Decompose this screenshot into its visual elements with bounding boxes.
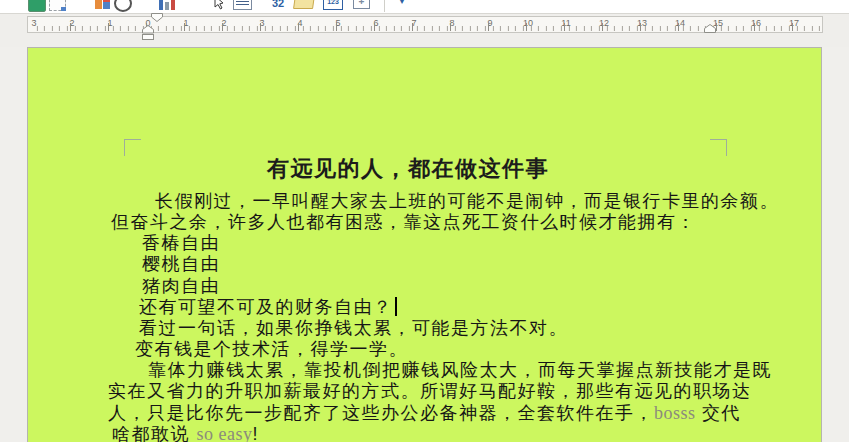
body-text-line[interactable]: 变有钱是个技术活，得学一学。 [135,339,408,360]
text-segment: 实在又省力的升职加薪最好的方式。所谓好马配好鞍，那些有远见的职场达 [108,381,752,401]
body-text-line[interactable]: 长假刚过，一早叫醒大家去上班的可能不是闹钟，而是银行卡里的余额。 [155,191,779,212]
toolbar: 32 123 + ▼ [0,0,849,14]
text-segment: 还有可望不可及的财务自由？ [139,297,393,317]
folder-icon[interactable] [293,0,315,9]
hanging-indent-marker[interactable] [142,25,154,40]
latin-text-segment: so easy [197,424,253,442]
word-count-icon[interactable]: 32 [272,0,284,9]
numbering-icon[interactable]: 123 [323,0,343,10]
picture-icon[interactable] [28,0,46,12]
body-text-line[interactable]: 樱桃自由 [142,254,220,275]
right-indent-marker[interactable] [704,24,716,33]
body-text-line[interactable]: 实在又省力的升职加薪最好的方式。所谓好马配好鞍，那些有远见的职场达 [108,381,752,402]
wps-writer-window: 32 123 + ▼ 32101234567891011121314151617… [0,0,849,442]
text-segment: 猪肉自由 [142,276,220,296]
ellipse-shape-icon[interactable] [114,0,132,12]
text-segment: ! [253,424,260,442]
text-segment: 但奋斗之余，许多人也都有困惑，靠这点死工资什么时候才能拥有： [111,212,696,232]
screenshot-icon[interactable] [49,0,66,11]
body-text-line[interactable]: 猪肉自由 [142,276,220,297]
text-cursor [395,297,397,316]
first-line-indent-marker[interactable] [151,13,163,22]
text-segment: 靠体力赚钱太累，靠投机倒把赚钱风险太大，而每天掌握点新技能才是既 [148,360,772,380]
text-segment: 长假刚过，一早叫醒大家去上班的可能不是闹钟，而是银行卡里的余额。 [155,191,779,211]
body-text-line[interactable]: 看过一句话，如果你挣钱太累，可能是方法不对。 [139,318,568,339]
text-lines-icon[interactable] [233,0,252,10]
insert-cells-icon[interactable]: + [353,0,370,9]
select-objects-icon[interactable] [203,0,223,10]
color-scheme-icon[interactable] [95,0,110,9]
body-text-line[interactable]: 人，只是比你先一步配齐了这些办公必备神器，全套软件在手，bosss 交代 [108,403,741,424]
document-title[interactable]: 有远见的人，都在做这件事 [88,154,728,184]
body-text-line[interactable]: 香椿自由 [142,233,220,254]
text-segment: 香椿自由 [142,233,220,253]
more-tools-arrow-icon[interactable]: ▼ [397,0,407,5]
document-page[interactable]: 有远见的人，都在做这件事 长假刚过，一早叫醒大家去上班的可能不是闹钟，而是银行卡… [27,47,822,442]
text-segment: 啥都敢说 [112,424,197,442]
body-text-line[interactable]: 但奋斗之余，许多人也都有困惑，靠这点死工资什么时候才能拥有： [111,212,696,233]
text-segment: 交代 [696,403,742,423]
text-segment: 樱桃自由 [142,254,220,274]
text-segment: 看过一句话，如果你挣钱太累，可能是方法不对。 [139,318,568,338]
body-text-line[interactable]: 啥都敢说 so easy! [112,424,259,442]
ruler-area: 32101234567891011121314151617 [0,14,849,47]
body-text-line[interactable]: 靠体力赚钱太累，靠投机倒把赚钱风险太大，而每天掌握点新技能才是既 [148,360,772,381]
toolbar-separator [384,0,385,12]
column-chart-icon[interactable] [159,0,176,10]
body-text-line[interactable]: 还有可望不可及的财务自由？ [139,297,397,318]
latin-text-segment: bosss [654,403,696,423]
text-segment: 人，只是比你先一步配齐了这些办公必备神器，全套软件在手， [108,403,654,423]
text-segment: 变有钱是个技术活，得学一学。 [135,339,408,359]
